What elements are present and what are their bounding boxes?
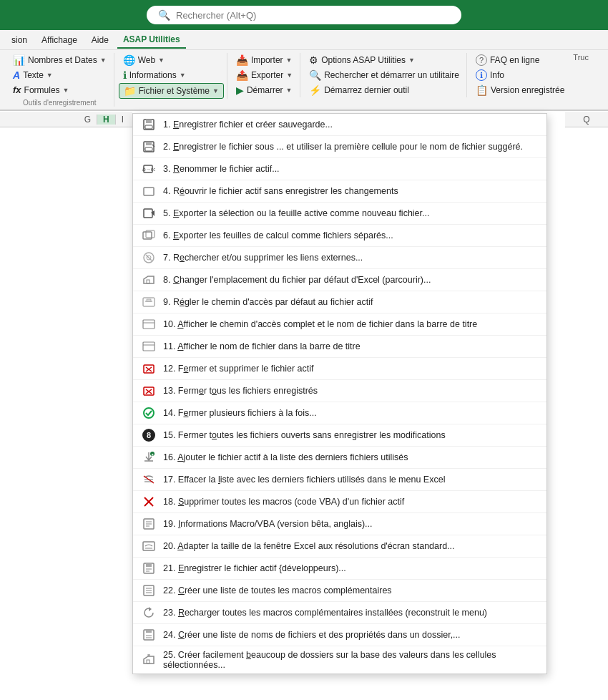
- ribbon-btn-informations[interactable]: ℹ Informations ▼: [119, 68, 224, 82]
- menu-item-24[interactable]: 24. Créer une liste de noms de fichiers …: [133, 624, 546, 646]
- menu-item-20[interactable]: 20. Adapter la taille de la fenêtre Exce…: [133, 535, 546, 558]
- ribbon-btn-fichier-label: Fichier et Système: [139, 86, 210, 96]
- ribbon-btn-exporter[interactable]: 📤 Exporter ▼: [232, 68, 297, 82]
- circle-8-icon: 8: [142, 429, 155, 442]
- ribbon-btn-demarrer[interactable]: ▶ Démarrer ▼: [232, 83, 297, 97]
- menu-item-3[interactable]: ab→cd 3. Renommer le fichier actif...: [133, 158, 546, 180]
- options-icon: ⚙: [309, 54, 318, 66]
- menu-item-asap[interactable]: ASAP Utilities: [117, 31, 186, 49]
- svg-rect-46: [146, 563, 152, 567]
- importer-icon: 📥: [236, 54, 248, 66]
- menu-item-12[interactable]: 12. Fermer et supprimer le fichier actif: [133, 358, 546, 380]
- menu-icon-4: [142, 184, 156, 198]
- chevron-importer: ▼: [286, 57, 293, 64]
- search-input[interactable]: [176, 10, 450, 21]
- ribbon-col-import: 📥 Importer ▼ 📤 Exporter ▼ ▶ Démarrer ▼: [229, 53, 300, 97]
- ribbon-btn-nombres[interactable]: 📊 Nombres et Dates ▼: [9, 53, 111, 67]
- ribbon-btn-rechercher[interactable]: 🔍 Rechercher et démarrer un utilitaire: [305, 68, 464, 82]
- ribbon-col-faq: ? FAQ en ligne ℹ Info 📋 Version enregist…: [469, 53, 572, 97]
- ribbon-btn-formules[interactable]: fx Formules ▼: [9, 83, 111, 97]
- info-icon: ℹ: [476, 69, 487, 81]
- menu-item-4[interactable]: 4. Réouvrir le fichier actif sans enregi…: [133, 180, 546, 203]
- menu-item-1[interactable]: 1. Enregistrer fichier et créer sauvegar…: [133, 114, 546, 136]
- menu-item-5[interactable]: 5. Exporter la sélection ou la feuille a…: [133, 203, 546, 225]
- menu-text-11: 11. Afficher le nom de fichier dans la b…: [163, 341, 538, 351]
- menu-text-18: 18. Supprimer toutes les macros (code VB…: [163, 497, 538, 507]
- ribbon-btn-web[interactable]: 🌐 Web ▼: [119, 53, 224, 67]
- menu-item-15[interactable]: 8 15. Fermer toutes les fichiers ouverts…: [133, 424, 546, 447]
- menu-item-10[interactable]: 10. Afficher le chemin d'accès complet e…: [133, 313, 546, 336]
- ribbon-row: 📊 Nombres et Dates ▼ A Texte ▼ fx Formul…: [6, 53, 602, 107]
- menu-item-17[interactable]: 17. Effacer la liste avec les derniers f…: [133, 469, 546, 491]
- ribbon-btn-rechercher-label: Rechercher et démarrer un utilitaire: [324, 70, 459, 80]
- svg-rect-1: [146, 120, 152, 123]
- menu-item-2[interactable]: 2. Enregistrer le fichier sous ... et ut…: [133, 136, 546, 158]
- ribbon-col-options: ⚙ Options ASAP Utilities ▼ 🔍 Rechercher …: [302, 53, 467, 97]
- svg-rect-55: [146, 630, 152, 633]
- menu-bar: sion Affichage Aide ASAP Utilities: [0, 30, 608, 50]
- chevron-exporter: ▼: [286, 72, 293, 79]
- nombres-icon: 📊: [13, 54, 25, 66]
- ribbon-btn-info[interactable]: ℹ Info: [471, 68, 569, 82]
- menu-item-13[interactable]: 13. Fermer tous les fichiers enregistrés: [133, 380, 546, 402]
- demarrez-last-icon: ⚡: [309, 84, 321, 96]
- col-header-right: Q: [565, 112, 608, 127]
- ribbon-btn-fichier[interactable]: 📁 Fichier et Système ▼: [119, 83, 224, 99]
- menu-icon-24: [142, 628, 156, 642]
- menu-icon-14: [142, 406, 156, 420]
- menu-text-1: 1. Enregistrer fichier et créer sauvegar…: [163, 120, 538, 130]
- menu-icon-2: [142, 140, 156, 154]
- menu-icon-19: [142, 517, 156, 531]
- ribbon-btn-informations-label: Informations: [129, 70, 177, 80]
- col-i: I: [116, 115, 129, 125]
- menu-text-2: 2. Enregistrer le fichier sous ... et ut…: [163, 142, 538, 152]
- menu-item-21[interactable]: 21. Enregistrer le fichier actif {dévelo…: [133, 558, 546, 580]
- search-icon: 🔍: [158, 9, 170, 21]
- version-icon: 📋: [476, 84, 488, 96]
- search-input-wrap: 🔍: [147, 6, 461, 24]
- ribbon-btn-demarrez-last-label: Démarrez dernier outil: [324, 85, 409, 95]
- menu-icon-5: [142, 206, 156, 220]
- menu-text-9: 9. Régler le chemin d'accès par défaut a…: [163, 297, 538, 307]
- menu-item-16[interactable]: ★ 16. Ajouter le fichier actif à la list…: [133, 447, 546, 469]
- ribbon-btn-faq[interactable]: ? FAQ en ligne: [471, 53, 569, 67]
- menu-text-12: 12. Fermer et supprimer le fichier actif: [163, 364, 538, 374]
- texte-icon: A: [13, 69, 20, 81]
- menu-item-18[interactable]: 18. Supprimer toutes les macros (code VB…: [133, 491, 546, 513]
- menu-item-25[interactable]: 25. Créer facilement beaucoup de dossier…: [133, 646, 546, 674]
- ribbon-btn-demarrez-last[interactable]: ⚡ Démarrez dernier outil: [305, 83, 464, 97]
- ribbon-btn-texte[interactable]: A Texte ▼: [9, 68, 111, 82]
- menu-icon-7: [142, 251, 156, 265]
- menu-item-11[interactable]: 11. Afficher le nom de fichier dans la b…: [133, 336, 546, 358]
- menu-item-22[interactable]: 22. Créer une liste de toutes les macros…: [133, 580, 546, 602]
- svg-rect-9: [144, 188, 154, 195]
- menu-icon-22: [142, 583, 156, 598]
- chevron-options: ▼: [408, 57, 415, 64]
- ribbon-btn-formules-label: Formules: [24, 85, 60, 95]
- menu-item-19[interactable]: 19. Informations Macro/VBA (version bêta…: [133, 513, 546, 535]
- menu-text-23: 23. Recharger toutes les macros compléme…: [163, 608, 538, 618]
- informations-icon: ℹ: [123, 69, 127, 81]
- menu-icon-9: [142, 295, 156, 309]
- menu-text-17: 17. Effacer la liste avec les derniers f…: [163, 475, 538, 485]
- menu-item-sion[interactable]: sion: [6, 32, 33, 48]
- menu-item-8[interactable]: 8. Changer l'emplacement du fichier par …: [133, 269, 546, 291]
- menu-item-affichage[interactable]: Affichage: [36, 32, 83, 48]
- ribbon-btn-version[interactable]: 📋 Version enregistrée: [471, 83, 569, 97]
- menu-item-9[interactable]: 9. Régler le chemin d'accès par défaut a…: [133, 291, 546, 313]
- ribbon-btn-importer[interactable]: 📥 Importer ▼: [232, 53, 297, 67]
- menu-item-7[interactable]: 7. Rechercher et/ou supprimer les liens …: [133, 247, 546, 269]
- col-header-left: G H I: [0, 112, 132, 127]
- demarrer-icon: ▶: [236, 84, 244, 96]
- menu-item-14[interactable]: 14. Fermer plusieurs fichiers à la fois.…: [133, 402, 546, 424]
- ribbon-btn-options[interactable]: ⚙ Options ASAP Utilities ▼: [305, 53, 464, 67]
- menu-text-10: 10. Afficher le chemin d'accès complet e…: [163, 319, 538, 329]
- menu-item-23[interactable]: 23. Recharger toutes les macros compléme…: [133, 602, 546, 624]
- web-icon: 🌐: [123, 54, 135, 66]
- menu-icon-15: 8: [142, 428, 156, 442]
- menu-icon-11: [142, 339, 156, 354]
- menu-item-aide[interactable]: Aide: [86, 32, 114, 48]
- menu-item-6[interactable]: 6. Exporter les feuilles de calcul comme…: [133, 225, 546, 247]
- rechercher-icon: 🔍: [309, 69, 321, 81]
- ribbon-group-label-outils: Outils d'enregistrement: [9, 99, 111, 107]
